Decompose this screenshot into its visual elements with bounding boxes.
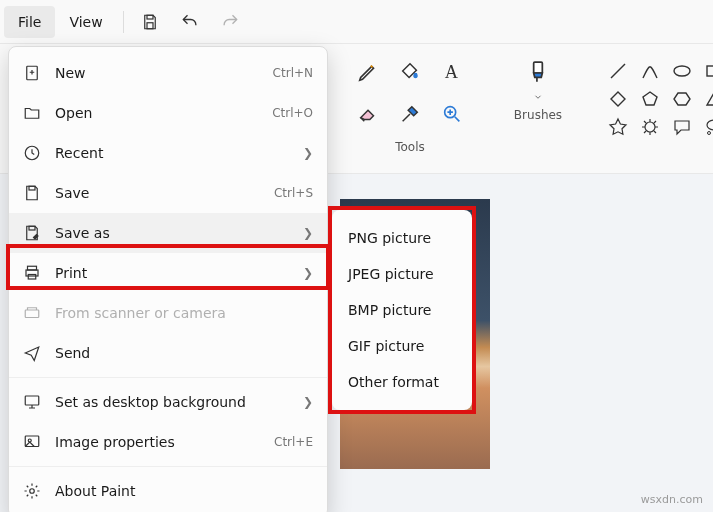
svg-rect-13 [29, 226, 35, 230]
shape-hexagon-icon[interactable] [668, 86, 696, 112]
menu-item-label: About Paint [55, 483, 313, 499]
undo-icon[interactable] [170, 6, 210, 38]
chevron-right-icon: ❯ [303, 226, 313, 240]
text-tool-icon[interactable]: A [432, 52, 472, 92]
folder-icon [23, 104, 41, 122]
svg-point-8 [707, 120, 713, 130]
zoom-tool-icon[interactable] [432, 94, 472, 134]
menu-separator [9, 466, 327, 467]
fill-tool-icon[interactable] [390, 52, 430, 92]
brushes-dropdown[interactable] [508, 52, 568, 102]
menu-item-label: Open [55, 105, 258, 121]
svg-rect-17 [25, 310, 39, 318]
shape-speech-icon[interactable] [668, 114, 696, 140]
menu-save-as[interactable]: Save as ❯ [9, 213, 327, 253]
svg-rect-16 [28, 275, 36, 280]
save-icon[interactable] [130, 6, 170, 38]
send-icon [23, 344, 41, 362]
picker-tool-icon[interactable] [390, 94, 430, 134]
menu-file[interactable]: File [4, 6, 55, 38]
shape-rect-icon[interactable] [700, 58, 713, 84]
pencil-tool-icon[interactable] [348, 52, 388, 92]
menu-item-label: Send [55, 345, 313, 361]
submenu-bmp[interactable]: BMP picture [332, 292, 472, 328]
svg-rect-4 [534, 62, 543, 73]
menu-item-shortcut: Ctrl+S [274, 186, 313, 200]
shape-star-icon[interactable] [604, 114, 632, 140]
svg-text:A: A [445, 62, 459, 82]
save-as-icon [23, 224, 41, 242]
shape-oval-icon[interactable] [668, 58, 696, 84]
menu-scanner: From scanner or camera [9, 293, 327, 333]
svg-point-9 [708, 132, 711, 135]
svg-rect-6 [707, 66, 713, 76]
menu-item-label: Set as desktop background [55, 394, 289, 410]
shape-burst-icon[interactable] [636, 114, 664, 140]
chevron-right-icon: ❯ [303, 266, 313, 280]
svg-point-21 [30, 489, 35, 494]
shape-pentagon-icon[interactable] [636, 86, 664, 112]
shape-thought-icon[interactable] [700, 114, 713, 140]
menu-open[interactable]: Open Ctrl+O [9, 93, 327, 133]
brushes-group: Brushes [500, 52, 576, 172]
menu-item-label: Recent [55, 145, 289, 161]
menu-item-label: Print [55, 265, 289, 281]
menu-item-shortcut: Ctrl+O [272, 106, 313, 120]
menu-separator [9, 377, 327, 378]
menu-send[interactable]: Send [9, 333, 327, 373]
menu-set-background[interactable]: Set as desktop background ❯ [9, 382, 327, 422]
submenu-other[interactable]: Other format [332, 364, 472, 400]
eraser-tool-icon[interactable] [348, 94, 388, 134]
submenu-gif[interactable]: GIF picture [332, 328, 472, 364]
shape-line-icon[interactable] [604, 58, 632, 84]
save-icon [23, 184, 41, 202]
svg-rect-1 [147, 22, 153, 28]
svg-rect-12 [29, 186, 35, 190]
chevron-down-icon [533, 92, 543, 102]
svg-rect-18 [25, 396, 39, 405]
shape-curve-icon[interactable] [636, 58, 664, 84]
scanner-icon [23, 304, 41, 322]
menu-recent[interactable]: Recent ❯ [9, 133, 327, 173]
menu-item-shortcut: Ctrl+E [274, 435, 313, 449]
menu-item-shortcut: Ctrl+N [273, 66, 313, 80]
menu-item-label: Image properties [55, 434, 260, 450]
submenu-jpeg[interactable]: JPEG picture [332, 256, 472, 292]
shapes-group [596, 52, 713, 172]
image-icon [23, 433, 41, 451]
menu-item-label: Save [55, 185, 260, 201]
new-icon [23, 64, 41, 82]
svg-point-5 [674, 66, 690, 76]
tools-group: A Tools [340, 52, 480, 172]
save-as-submenu: PNG picture JPEG picture BMP picture GIF… [332, 210, 472, 410]
submenu-png[interactable]: PNG picture [332, 220, 472, 256]
svg-point-7 [645, 122, 655, 132]
watermark: wsxdn.com [641, 493, 703, 506]
tools-label: Tools [395, 140, 425, 154]
desktop-icon [23, 393, 41, 411]
menu-item-label: Save as [55, 225, 289, 241]
menu-save[interactable]: Save Ctrl+S [9, 173, 327, 213]
chevron-right-icon: ❯ [303, 146, 313, 160]
menu-item-label: New [55, 65, 259, 81]
shape-diamond-icon[interactable] [604, 86, 632, 112]
file-menu: New Ctrl+N Open Ctrl+O Recent ❯ Save Ctr… [8, 46, 328, 512]
menubar: File View [0, 0, 713, 44]
brushes-label: Brushes [514, 108, 562, 122]
menu-image-properties[interactable]: Image properties Ctrl+E [9, 422, 327, 462]
menu-about[interactable]: About Paint [9, 471, 327, 511]
svg-rect-0 [147, 15, 153, 19]
clock-icon [23, 144, 41, 162]
print-icon [23, 264, 41, 282]
chevron-right-icon: ❯ [303, 395, 313, 409]
shape-triangle-icon[interactable] [700, 86, 713, 112]
menu-print[interactable]: Print ❯ [9, 253, 327, 293]
redo-icon[interactable] [210, 6, 250, 38]
menu-view[interactable]: View [55, 6, 116, 38]
menu-item-label: From scanner or camera [55, 305, 313, 321]
gear-icon [23, 482, 41, 500]
menu-new[interactable]: New Ctrl+N [9, 53, 327, 93]
